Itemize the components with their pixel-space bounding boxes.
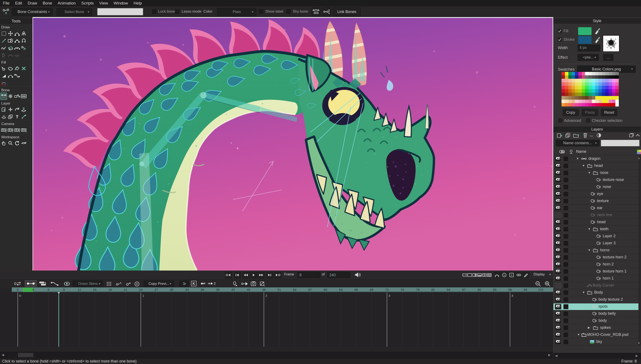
svg-text:2: 2 <box>214 282 216 286</box>
svg-text:0: 0 <box>19 294 21 298</box>
svg-text:4: 4 <box>512 294 513 298</box>
svg-text:fx: fx <box>503 274 505 276</box>
svg-text:81: 81 <box>432 288 435 292</box>
svg-text:66: 66 <box>354 288 358 292</box>
svg-text:33: 33 <box>185 288 189 292</box>
svg-text:60: 60 <box>324 288 327 292</box>
svg-text:T: T <box>16 114 18 119</box>
svg-text:102: 102 <box>538 288 543 292</box>
svg-text:3: 3 <box>388 294 390 298</box>
svg-text:24: 24 <box>139 288 143 292</box>
svg-text:72: 72 <box>385 288 389 292</box>
svg-text:96: 96 <box>508 288 512 292</box>
svg-text:fx: fx <box>511 274 512 276</box>
svg-text:84: 84 <box>447 288 451 292</box>
svg-text:48: 48 <box>262 288 266 292</box>
svg-text:15: 15 <box>93 288 97 292</box>
svg-text:12: 12 <box>78 288 81 292</box>
svg-text:99: 99 <box>524 288 527 292</box>
svg-text:39: 39 <box>216 288 220 292</box>
svg-text:A: A <box>120 282 122 285</box>
svg-text:1: 1 <box>142 294 144 298</box>
svg-text:27: 27 <box>154 288 158 292</box>
svg-text:21: 21 <box>124 288 127 292</box>
svg-text:0: 0 <box>17 288 19 292</box>
svg-text:51: 51 <box>278 288 281 292</box>
svg-text:63: 63 <box>339 288 343 292</box>
svg-text:93: 93 <box>493 288 497 292</box>
svg-text:3: 3 <box>32 288 34 292</box>
svg-text:78: 78 <box>416 288 420 292</box>
svg-text:9: 9 <box>63 288 65 292</box>
svg-text:36: 36 <box>201 288 204 292</box>
svg-text:69: 69 <box>370 288 373 292</box>
svg-text:2: 2 <box>265 294 267 298</box>
svg-text:45: 45 <box>247 288 250 292</box>
svg-text:57: 57 <box>308 288 312 292</box>
svg-text:87: 87 <box>462 288 466 292</box>
svg-text:42: 42 <box>232 288 235 292</box>
svg-text:18: 18 <box>108 288 112 292</box>
svg-text:75: 75 <box>401 288 404 292</box>
svg-text:R: R <box>136 282 138 286</box>
svg-text:30: 30 <box>170 288 173 292</box>
svg-text:54: 54 <box>293 288 297 292</box>
svg-text:0: 0 <box>14 282 17 286</box>
svg-text:6: 6 <box>48 288 49 292</box>
svg-text:90: 90 <box>478 288 481 292</box>
